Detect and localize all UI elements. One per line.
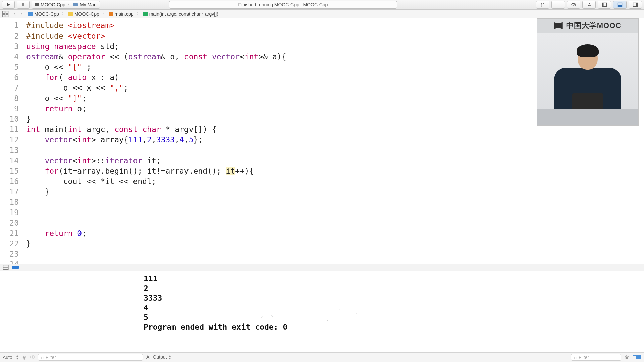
toggle-inspector-button[interactable] bbox=[629, 1, 642, 9]
grid-icon bbox=[2, 11, 9, 17]
crumb-label: MOOC-Cpp bbox=[34, 11, 59, 17]
code-token: o; bbox=[72, 104, 87, 113]
auto-label[interactable]: Auto bbox=[3, 355, 12, 360]
code-token: ( bbox=[59, 73, 68, 82]
code-token: ; bbox=[82, 94, 87, 103]
trash-icon[interactable]: 🗑 bbox=[625, 355, 629, 360]
console-line: Program ended with exit code: 0 bbox=[144, 323, 287, 331]
code-token: >:: bbox=[91, 156, 105, 165]
pane-toggle-buttons[interactable] bbox=[633, 355, 641, 359]
debug-bar bbox=[0, 264, 644, 271]
console-line: 4 bbox=[144, 303, 148, 312]
code-token: 3333 bbox=[156, 135, 175, 144]
code-token: "," bbox=[110, 83, 124, 92]
stop-button[interactable] bbox=[17, 1, 30, 9]
code-token: const bbox=[114, 125, 142, 134]
code-token: 4 bbox=[179, 135, 184, 144]
presenter-video bbox=[537, 33, 638, 125]
svg-rect-12 bbox=[2, 14, 5, 17]
svg-rect-9 bbox=[636, 3, 638, 7]
stepper-icon[interactable]: ▲▼ bbox=[16, 355, 19, 360]
code-token: namespace bbox=[54, 42, 96, 51]
code-token: int bbox=[245, 52, 259, 61]
app-icon bbox=[35, 3, 39, 6]
svg-rect-7 bbox=[618, 5, 622, 7]
variables-filter-input[interactable]: ⌕ Filter bbox=[38, 354, 143, 361]
code-token bbox=[26, 229, 45, 238]
console-filter-input[interactable]: ⌕ Filter bbox=[571, 354, 621, 361]
code-token: for bbox=[45, 167, 59, 175]
code-token: << ( bbox=[105, 52, 128, 61]
toggle-breakpoints-button[interactable] bbox=[3, 265, 9, 270]
filter-placeholder: Filter bbox=[579, 355, 589, 360]
standard-editor-button[interactable] bbox=[551, 1, 565, 9]
toolbar-right: { } bbox=[536, 1, 642, 9]
code-token: } bbox=[26, 187, 49, 196]
code-token: < bbox=[240, 52, 245, 61]
code-token: int bbox=[26, 125, 45, 134]
code-token: int bbox=[77, 156, 91, 165]
toggle-debug-button[interactable] bbox=[613, 1, 627, 9]
related-items-button[interactable] bbox=[2, 11, 9, 17]
output-selector[interactable]: All Output ▲▼ bbox=[146, 354, 171, 360]
code-token: 0 bbox=[77, 229, 82, 238]
visibility-icon[interactable]: ◉ bbox=[22, 355, 26, 360]
crumb-file[interactable]: main.cpp bbox=[108, 11, 135, 17]
code-token: std; bbox=[96, 42, 119, 51]
code-token: < bbox=[72, 156, 77, 165]
crumb-folder[interactable]: MOOC-Cpp bbox=[68, 11, 100, 17]
code-token: using bbox=[26, 42, 54, 51]
line-gutter: 123456789101112131415161718192021222324 bbox=[0, 18, 23, 264]
code-token: & bbox=[59, 52, 68, 61]
rings-icon bbox=[571, 2, 576, 7]
code-token: & o, bbox=[161, 52, 184, 61]
code-token: <iostream> bbox=[68, 21, 114, 30]
svg-rect-13 bbox=[6, 14, 8, 17]
scheme-selector[interactable]: MOOC-Cpp 〉 My Mac bbox=[32, 1, 100, 9]
toggle-navigator-button[interactable] bbox=[598, 1, 611, 9]
code-token: iterator bbox=[105, 156, 142, 165]
code-token: ++){ bbox=[235, 167, 254, 175]
code-token: "[" bbox=[68, 63, 82, 71]
code-token: * argv[]) { bbox=[161, 125, 217, 134]
chevron-right-icon: 〉 bbox=[67, 2, 71, 7]
stepper-icon: ▲▼ bbox=[168, 355, 171, 360]
svg-rect-11 bbox=[6, 11, 8, 13]
nav-back-button[interactable]: 〈 bbox=[10, 11, 17, 17]
editor-options-button[interactable]: { } bbox=[536, 1, 549, 9]
code-token: } bbox=[26, 115, 31, 123]
code-token: ; bbox=[124, 83, 128, 92]
run-button[interactable] bbox=[2, 1, 15, 9]
bottom-bar: Auto ▲▼ ◉ ⓘ ⌕ Filter All Output ▲▼ ⌕ Fil… bbox=[0, 352, 644, 362]
mooc-logo-text: 中国大学MOOC bbox=[566, 21, 621, 31]
code-token: , bbox=[175, 135, 179, 144]
code-token: int bbox=[77, 135, 91, 144]
code-token: it; bbox=[142, 156, 161, 165]
panel-right-icon bbox=[633, 2, 638, 7]
code-token: , bbox=[152, 135, 156, 144]
crumb-symbol[interactable]: main(int argc, const char * argv[]) bbox=[143, 11, 219, 17]
code-token: 5 bbox=[189, 135, 194, 144]
variables-pane[interactable] bbox=[0, 271, 140, 352]
code-token: cout << *it << endl; bbox=[26, 177, 156, 186]
book-icon bbox=[554, 22, 563, 29]
info-icon[interactable]: ⓘ bbox=[30, 354, 35, 360]
filter-placeholder: Filter bbox=[46, 355, 56, 360]
code-token: < bbox=[72, 135, 77, 144]
svg-rect-5 bbox=[602, 3, 604, 7]
code-token: operator bbox=[68, 52, 105, 61]
version-editor-button[interactable] bbox=[582, 1, 596, 9]
stop-icon bbox=[21, 3, 25, 7]
scheme-target: My Mac bbox=[80, 2, 96, 7]
code-token: vector bbox=[45, 135, 72, 144]
code-token: o << x << bbox=[26, 83, 110, 92]
nav-forward-button[interactable]: 〉 bbox=[19, 11, 26, 17]
assistant-editor-button[interactable] bbox=[567, 1, 580, 9]
code-token: ; bbox=[82, 63, 91, 71]
crumb-project[interactable]: MOOC-Cpp bbox=[28, 11, 60, 17]
svg-marker-0 bbox=[7, 3, 10, 6]
code-token bbox=[26, 73, 45, 82]
code-token-highlighted: it bbox=[226, 167, 235, 175]
console-output[interactable]: 111 2 3333 4 5 Program ended with exit c… bbox=[140, 271, 644, 352]
code-token: o << bbox=[26, 63, 68, 71]
